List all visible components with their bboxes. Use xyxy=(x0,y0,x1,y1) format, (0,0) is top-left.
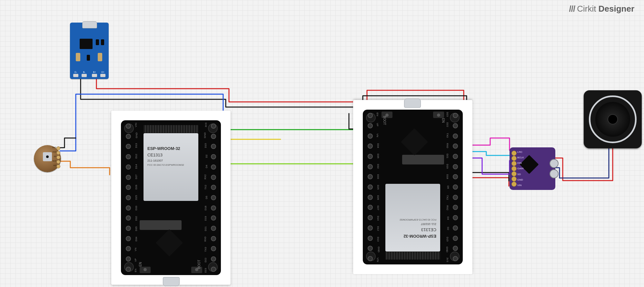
header-pin xyxy=(451,195,460,200)
shield-label: CE1313 xyxy=(147,153,163,157)
pin-label: 3V3 xyxy=(204,123,207,127)
header-pin xyxy=(209,215,218,221)
mic-pin xyxy=(56,164,60,168)
shield-label: ESP-WROOM-32 xyxy=(403,234,436,239)
header-pin xyxy=(209,205,218,211)
en-button[interactable] xyxy=(140,267,151,273)
header-pin xyxy=(209,246,218,251)
pin-label: D18 xyxy=(204,206,207,211)
header-pin xyxy=(366,184,374,190)
pin-labels-right: 3V3GNDD15D2D4RX2TX2D5D18D19D21RX0TX0D22D… xyxy=(201,124,208,272)
pin-label: VP xyxy=(134,258,137,262)
wroom-shield: ESP-WROOM-32 CE1313 211-161007 FCC ID:2A… xyxy=(144,133,198,201)
shield-label: ESP-WROOM-32 xyxy=(147,146,180,151)
header-pin xyxy=(124,134,133,139)
pin-label: GND xyxy=(135,133,138,138)
pin-label: VIN xyxy=(376,258,379,262)
header-pin xyxy=(451,174,460,179)
wire-b-pin-cyan[interactable] xyxy=(469,152,510,155)
pad-label: O- xyxy=(73,71,78,73)
header-pin xyxy=(124,226,133,231)
smd-part-icon xyxy=(87,55,90,61)
header-right xyxy=(209,124,218,272)
wire-a-tx-green[interactable] xyxy=(226,130,356,139)
wire-a-rx-yellow[interactable] xyxy=(226,139,281,143)
header-pin xyxy=(124,215,133,221)
header-pin xyxy=(209,256,218,262)
header-pin xyxy=(451,236,460,241)
brand-name: Cirkit xyxy=(577,4,596,14)
header-left xyxy=(451,113,460,261)
pin-label: D33 xyxy=(377,174,380,179)
esp32-board-b[interactable]: ESP-WROOM-32 CE1313 211-161007 FCC ID:2A… xyxy=(353,100,472,274)
pin-label: D35 xyxy=(377,153,380,158)
header-pin xyxy=(451,164,460,169)
wire-b-pin-purple[interactable] xyxy=(469,158,510,174)
pin-label: D19 xyxy=(446,164,449,169)
pin-labels-left: 3V3GNDD15D2D4RX2TX2D5D18D19D21RX0TX0D22D… xyxy=(443,113,450,261)
pin-label: GND xyxy=(446,246,449,252)
header-pin xyxy=(209,185,218,190)
button-label: BOOT xyxy=(383,116,387,125)
pin-label: RX0 xyxy=(204,237,207,242)
header-pin xyxy=(209,236,218,241)
pin-label: D19 xyxy=(204,216,207,221)
pin-label: D13 xyxy=(377,237,380,242)
wire-ab-lime[interactable] xyxy=(226,146,357,164)
hash-icon: /// xyxy=(569,4,575,14)
header-pin xyxy=(209,175,218,180)
pin-label: D5 xyxy=(447,185,450,189)
en-button[interactable] xyxy=(433,112,444,118)
header-pin xyxy=(209,164,218,170)
i2s-microphone[interactable]: GND VDD SD SCK WS xyxy=(34,145,61,172)
header-right xyxy=(366,113,374,261)
pin-label: D15 xyxy=(204,144,207,148)
wire-mic-sd-orange[interactable] xyxy=(60,161,110,175)
header-pin xyxy=(124,205,133,211)
esp32-board-a[interactable]: ESP-WROOM-32 CE1313 211-161007 FCC ID:2A… xyxy=(111,111,231,285)
brand-suffix: Designer xyxy=(599,4,634,14)
circuit-canvas[interactable]: /// Cirkit Designer O- B- B+ O+ GND V xyxy=(0,0,644,287)
pad-label: O+ xyxy=(100,71,105,73)
wire-mic-gnd-black[interactable] xyxy=(60,138,76,148)
header-pin xyxy=(366,144,374,149)
wire-b-pin-magenta[interactable] xyxy=(469,138,510,150)
speaker-terminal xyxy=(550,159,556,178)
pin-label: D5 xyxy=(205,196,208,199)
pin-label: D32 xyxy=(135,216,138,221)
wire-amp-spk-red[interactable] xyxy=(554,148,613,181)
pin-label: RX2 xyxy=(446,205,449,211)
pin-label: D32 xyxy=(377,164,380,169)
wire-amp-spk-navy[interactable] xyxy=(554,148,609,178)
mic-pin xyxy=(56,160,60,164)
pin-label: D33 xyxy=(135,206,138,211)
header-pin xyxy=(124,175,133,180)
pin-label: TX0 xyxy=(446,133,449,138)
header-pin xyxy=(451,113,460,118)
pin-label: D22 xyxy=(204,258,207,262)
header-pin xyxy=(124,256,133,262)
header-pin xyxy=(366,215,374,220)
header-pin xyxy=(366,174,374,179)
header-pin xyxy=(366,164,374,169)
pin-label: D23 xyxy=(204,268,207,273)
micro-usb-icon xyxy=(404,99,421,108)
pad-label: B+ xyxy=(92,71,97,73)
tp4056-charger[interactable]: O- B- B+ O+ xyxy=(70,23,109,79)
header-pin xyxy=(124,124,133,129)
header-pin xyxy=(451,215,460,220)
pin-label: VN xyxy=(134,248,137,251)
flash-chip-icon xyxy=(140,220,182,230)
header-pin xyxy=(366,123,374,128)
pad-b-plus xyxy=(92,74,97,77)
speaker[interactable] xyxy=(584,90,642,148)
max98357-amp[interactable]: LRC BCLK DIN GAIN SD GND VIN xyxy=(510,147,555,190)
header-pin xyxy=(451,225,460,231)
pin-label: EN xyxy=(376,113,379,116)
pin-label: TX0 xyxy=(204,247,207,252)
header-pin xyxy=(451,144,460,149)
shield-label: CE1313 xyxy=(421,227,436,232)
pad-out-minus xyxy=(73,74,78,77)
charge-ic xyxy=(80,39,93,49)
pin-label: D2 xyxy=(205,154,208,158)
